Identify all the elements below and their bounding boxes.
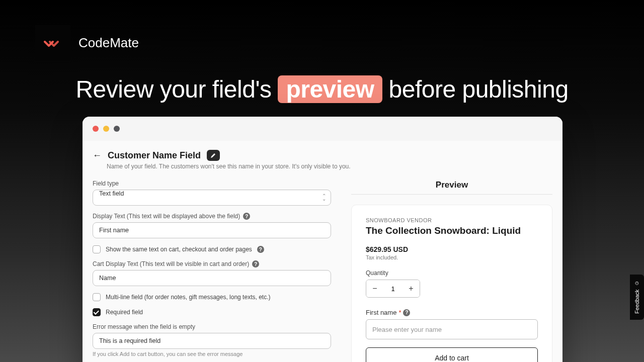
cart-display-label: Cart Display Text (This text will be vis… <box>93 260 331 267</box>
window-zoom-dot[interactable] <box>114 126 120 132</box>
quantity-value: 1 <box>383 280 403 297</box>
pencil-icon <box>210 152 216 158</box>
product-title: The Collection Snowboard: Liquid <box>366 225 538 236</box>
window-titlebar <box>83 117 562 141</box>
app-window: ← Customer Name Field Name of your field… <box>83 117 562 362</box>
help-icon[interactable]: ? <box>403 309 410 316</box>
checkbox-unchecked[interactable] <box>93 293 101 301</box>
page-subtitle: Name of your field. The customers won't … <box>107 163 552 170</box>
logo-icon <box>44 37 62 49</box>
multiline-checkbox-row[interactable]: Multi-line field (for order notes, gift … <box>93 293 331 301</box>
page-title: Customer Name Field <box>108 150 201 161</box>
feedback-icon: ☺ <box>634 281 640 287</box>
feedback-tab[interactable]: Feedback ☺ <box>630 275 644 320</box>
same-text-checkbox-row[interactable]: Show the same text on cart, checkout and… <box>93 245 331 253</box>
error-message-label: Error message when the field is empty <box>93 323 331 330</box>
window-close-dot[interactable] <box>93 126 99 132</box>
preview-name-input[interactable] <box>366 319 538 339</box>
add-to-cart-button[interactable]: Add to cart <box>366 347 538 362</box>
back-button[interactable]: ← <box>93 150 102 161</box>
field-type-select[interactable]: Text field <box>93 190 331 206</box>
window-minimize-dot[interactable] <box>103 126 109 132</box>
cart-display-input[interactable] <box>93 270 331 286</box>
help-icon[interactable]: ? <box>257 246 264 253</box>
quantity-label: Quantity <box>366 269 538 277</box>
preview-field-label: First name* ? <box>366 309 538 316</box>
preview-heading: Preview <box>351 180 552 190</box>
quantity-stepper: − 1 + <box>366 280 420 298</box>
checkbox-checked[interactable] <box>93 308 101 316</box>
help-icon[interactable]: ? <box>243 213 250 220</box>
display-text-input[interactable] <box>93 222 331 238</box>
select-caret-icon: ⌃⌄ <box>322 195 326 201</box>
help-icon[interactable]: ? <box>252 260 259 267</box>
required-star: * <box>398 309 401 316</box>
quantity-increase-button[interactable]: + <box>403 280 420 297</box>
quantity-decrease-button[interactable]: − <box>366 280 383 297</box>
brand-logo <box>35 25 70 60</box>
preview-card: SNOWBOARD VENDOR The Collection Snowboar… <box>351 205 552 362</box>
tax-note: Tax included. <box>366 254 538 260</box>
edit-title-button[interactable] <box>207 150 220 161</box>
marketing-headline: Review your field's preview before publi… <box>0 75 644 103</box>
divider <box>351 194 552 195</box>
error-message-input[interactable] <box>93 333 331 349</box>
product-price: $629.95 USD <box>366 245 538 253</box>
error-helper-text: If you click Add to cart button, you can… <box>93 351 331 357</box>
brand-name: CodeMate <box>78 35 139 51</box>
field-type-label: Field type <box>93 180 331 187</box>
product-vendor: SNOWBOARD VENDOR <box>366 217 538 223</box>
checkbox-unchecked[interactable] <box>93 245 101 253</box>
required-checkbox-row[interactable]: Required field <box>93 308 331 316</box>
display-text-label: Display Text (This text will be displaye… <box>93 213 331 220</box>
